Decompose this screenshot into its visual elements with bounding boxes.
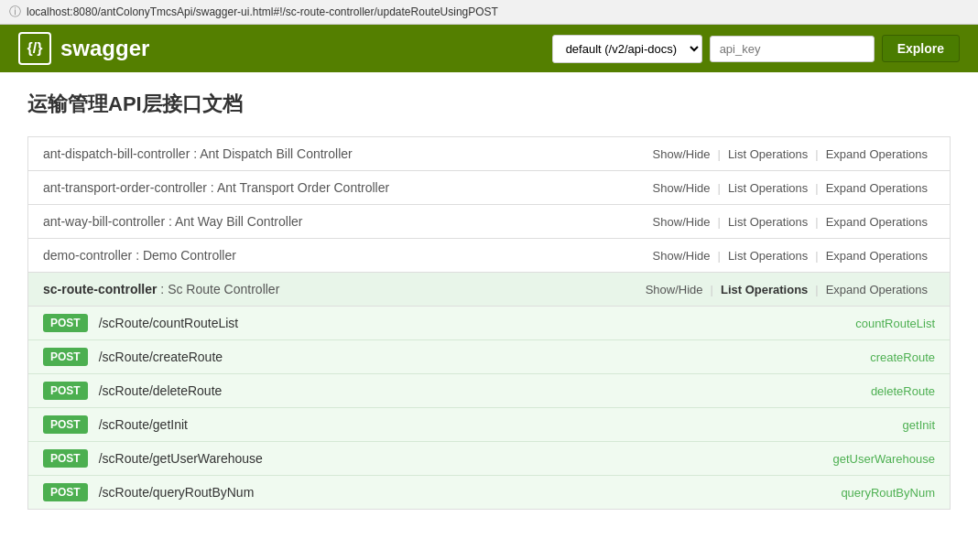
list-ops-link-1[interactable]: List Operations	[721, 181, 815, 195]
show-hide-link-0[interactable]: Show/Hide	[646, 147, 718, 161]
expand-ops-link-3[interactable]: Expand Operations	[819, 249, 935, 263]
operation-name-0: countRouteList	[855, 317, 935, 330]
address-bar: ⓘ localhost:8080/antColonyTmcsApi/swagge…	[0, 0, 978, 25]
controller-row: ant-transport-order-controller : Ant Tra…	[28, 171, 950, 205]
operation-name-1: createRoute	[870, 350, 935, 364]
operation-path-0[interactable]: /scRoute/countRouteList	[99, 316, 856, 330]
show-hide-link-3[interactable]: Show/Hide	[646, 249, 718, 263]
url-text: localhost:8080/antColonyTmcsApi/swagger-…	[27, 5, 498, 18]
controller-name: ant-dispatch-bill-controller : Ant Dispa…	[43, 146, 353, 161]
operations-list: POST /scRoute/countRouteList countRouteL…	[28, 307, 950, 509]
controller-actions: Show/Hide | List Operations | Expand Ope…	[646, 249, 935, 263]
operation-row: POST /scRoute/deleteRoute deleteRoute	[28, 374, 950, 408]
active-controller-row: sc-route-controller : Sc Route Controlle…	[28, 273, 950, 307]
controller-name: ant-transport-order-controller : Ant Tra…	[43, 180, 389, 195]
swagger-title: swagger	[60, 36, 149, 61]
list-ops-link-2[interactable]: List Operations	[721, 215, 815, 229]
operation-row: POST /scRoute/getUserWarehouse getUserWa…	[28, 442, 950, 476]
list-ops-link-0[interactable]: List Operations	[721, 147, 815, 161]
operation-path-5[interactable]: /scRoute/queryRoutByNum	[99, 485, 842, 500]
method-badge-1: POST	[43, 348, 88, 366]
method-badge-4: POST	[43, 449, 88, 468]
show-hide-link-4[interactable]: Show/Hide	[638, 283, 711, 296]
operation-name-3: getInit	[903, 418, 935, 432]
expand-ops-link-0[interactable]: Expand Operations	[819, 147, 935, 161]
list-ops-link-4[interactable]: List Operations	[713, 283, 815, 296]
controller-row: ant-dispatch-bill-controller : Ant Dispa…	[28, 137, 950, 171]
controller-name: demo-controller : Demo Controller	[43, 248, 236, 263]
page-title: 运输管理API层接口文档	[27, 91, 951, 118]
method-badge-5: POST	[43, 483, 88, 501]
operation-name-2: deleteRoute	[871, 384, 935, 398]
controller-name-active: sc-route-controller : Sc Route Controlle…	[43, 282, 279, 296]
controller-actions: Show/Hide | List Operations | Expand Ope…	[646, 181, 935, 195]
show-hide-link-1[interactable]: Show/Hide	[646, 181, 718, 195]
controller-row: ant-way-bill-controller : Ant Way Bill C…	[28, 205, 950, 239]
operation-row: POST /scRoute/queryRoutByNum queryRoutBy…	[28, 476, 950, 509]
controller-row: demo-controller : Demo Controller Show/H…	[28, 239, 950, 273]
info-icon: ⓘ	[9, 4, 21, 20]
swagger-brand: {/} swagger	[18, 32, 149, 65]
method-badge-2: POST	[43, 382, 88, 400]
explore-button[interactable]: Explore	[882, 35, 960, 62]
swagger-header: {/} swagger default (/v2/api-docs) Explo…	[0, 25, 978, 72]
api-key-input[interactable]	[710, 36, 875, 62]
expand-ops-link-1[interactable]: Expand Operations	[819, 181, 935, 195]
operation-name-5: queryRoutByNum	[841, 486, 935, 500]
operation-path-2[interactable]: /scRoute/deleteRoute	[99, 383, 871, 398]
operation-row: POST /scRoute/createRoute createRoute	[28, 340, 950, 374]
controller-list: ant-dispatch-bill-controller : Ant Dispa…	[27, 136, 951, 510]
controller-actions: Show/Hide | List Operations | Expand Ope…	[646, 147, 935, 161]
operation-name-4: getUserWarehouse	[832, 452, 935, 466]
method-badge-3: POST	[43, 415, 88, 434]
swagger-controls: default (/v2/api-docs) Explore	[552, 35, 960, 63]
show-hide-link-2[interactable]: Show/Hide	[646, 215, 718, 229]
operation-path-1[interactable]: /scRoute/createRoute	[99, 350, 871, 364]
controller-name: ant-way-bill-controller : Ant Way Bill C…	[43, 214, 302, 229]
expand-ops-link-2[interactable]: Expand Operations	[819, 215, 935, 229]
controller-actions-active: Show/Hide | List Operations | Expand Ope…	[638, 283, 935, 296]
operation-row: POST /scRoute/countRouteList countRouteL…	[28, 307, 950, 340]
swagger-logo: {/}	[18, 32, 51, 65]
api-select[interactable]: default (/v2/api-docs)	[552, 35, 702, 63]
operation-path-4[interactable]: /scRoute/getUserWarehouse	[99, 451, 833, 466]
list-ops-link-3[interactable]: List Operations	[721, 249, 815, 263]
main-content: 运输管理API层接口文档 ant-dispatch-bill-controlle…	[0, 72, 978, 528]
method-badge-0: POST	[43, 314, 88, 332]
operation-row: POST /scRoute/getInit getInit	[28, 408, 950, 442]
expand-ops-link-4[interactable]: Expand Operations	[819, 283, 935, 296]
operation-path-3[interactable]: /scRoute/getInit	[99, 417, 903, 432]
controller-actions: Show/Hide | List Operations | Expand Ope…	[646, 215, 935, 229]
